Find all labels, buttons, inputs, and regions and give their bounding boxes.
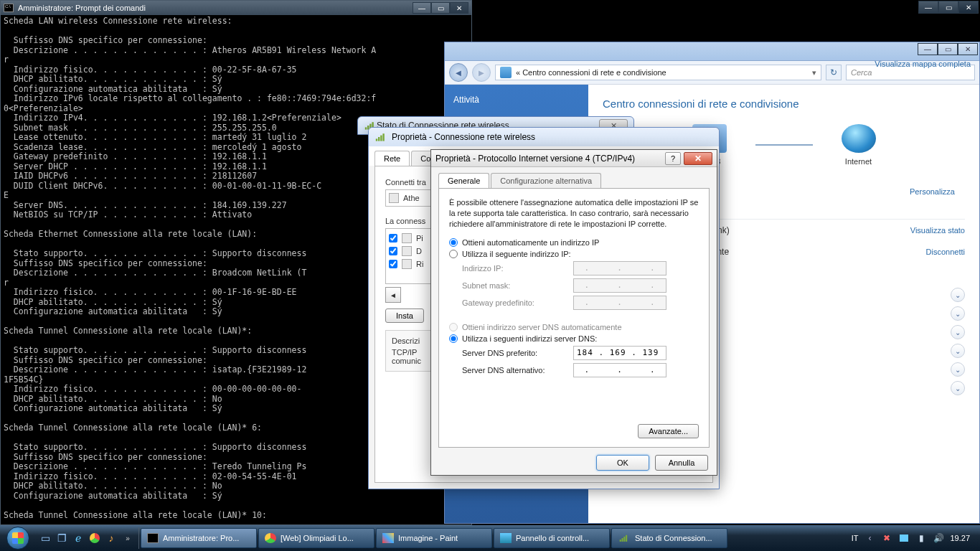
start-button[interactable] xyxy=(3,526,33,550)
network-icon xyxy=(500,67,512,78)
nc-close-button[interactable]: ✕ xyxy=(958,43,978,55)
tab-alt-config[interactable]: Configurazione alternativa xyxy=(491,173,601,188)
breadcrumb-text: « Centro connessioni di rete e condivisi… xyxy=(516,68,666,77)
scroll-left-button[interactable]: ◄ xyxy=(385,287,401,303)
taskbar-item-chrome[interactable]: [Web] Olimpiadi Lo... xyxy=(258,528,374,548)
propconn-titlebar[interactable]: Proprietà - Connessione rete wireless xyxy=(369,128,719,146)
tcpip-close-button[interactable]: ✕ xyxy=(684,152,712,165)
maximize-button[interactable]: ▭ xyxy=(938,1,958,14)
security-alert-icon[interactable]: ✖ xyxy=(881,532,892,544)
advanced-button[interactable]: Avanzate... xyxy=(638,424,699,438)
adapter-name: Athe xyxy=(403,194,420,202)
network-icon xyxy=(500,533,512,543)
install-button[interactable]: Insta xyxy=(385,309,424,323)
wifi-icon xyxy=(620,534,629,542)
tab-rete[interactable]: Rete xyxy=(374,151,410,166)
switch-windows-icon[interactable]: ❐ xyxy=(54,530,70,546)
dns2-input[interactable] xyxy=(573,363,666,377)
nc-minimize-button[interactable]: — xyxy=(918,43,938,55)
view-status-link[interactable]: Visualizza stato xyxy=(910,226,965,235)
volume-icon[interactable]: 🔊 xyxy=(933,532,944,544)
radio-manual-dns[interactable]: Utilizza i seguenti indirizzi server DNS… xyxy=(449,334,699,343)
dns1-label: Server DNS preferito: xyxy=(462,349,573,357)
ip-label: Indirizzo IP: xyxy=(462,264,573,273)
show-desktop-icon[interactable]: ▭ xyxy=(37,530,53,546)
tray-chevron-icon[interactable]: ‹ xyxy=(864,532,875,544)
wifi-icon xyxy=(376,133,386,141)
personalize-link[interactable]: Personalizza xyxy=(910,187,955,196)
mask-field-row: Subnet mask: xyxy=(462,278,699,293)
cmd-close-button[interactable]: ✕ xyxy=(450,2,468,14)
dns1-input[interactable] xyxy=(573,346,666,360)
clock[interactable]: 19.27 xyxy=(950,534,970,542)
quick-launch: ▭ ❐ ℯ ♪ » xyxy=(34,527,139,549)
ie-icon[interactable]: ℯ xyxy=(70,530,86,546)
music-icon[interactable]: ♪ xyxy=(103,530,119,546)
cmd-icon xyxy=(147,533,159,543)
tcpipv4-properties-dialog: Proprietà - Protocollo Internet versione… xyxy=(430,149,717,476)
tcpip-titlebar[interactable]: Proprietà - Protocollo Internet versione… xyxy=(431,150,717,167)
ok-button[interactable]: OK xyxy=(596,455,649,471)
tcpip-tabs: Generale Configurazione alternativa xyxy=(431,167,717,188)
protocol-icon xyxy=(402,246,412,256)
radio-auto-dns[interactable]: Ottieni indirizzo server DNS automaticam… xyxy=(449,323,699,331)
gw-input xyxy=(573,296,666,310)
internet-node[interactable]: Internet xyxy=(842,124,876,166)
disconnect-link[interactable]: Disconnetti xyxy=(926,248,965,256)
cmd-titlebar[interactable]: Amministratore: Prompt dei comandi — ▭ ✕ xyxy=(1,1,471,15)
dns1-field-row: Server DNS preferito: xyxy=(462,346,699,360)
sidebar-header: Attività xyxy=(453,95,580,105)
radio-manual-ip[interactable]: Utilizza il seguente indirizzo IP: xyxy=(449,250,699,258)
tcpip-body: È possibile ottenere l'assegnazione auto… xyxy=(438,188,710,448)
taskbar-item-paint[interactable]: Immagine - Paint xyxy=(376,528,492,548)
nc-maximize-button[interactable]: ▭ xyxy=(938,43,958,55)
cmd-title: Amministratore: Prompt dei comandi xyxy=(18,4,146,12)
windows-orb-icon xyxy=(6,527,29,550)
expand-button[interactable]: ⌄ xyxy=(951,381,965,395)
cancel-button[interactable]: Annulla xyxy=(655,455,708,471)
network-tray-icon[interactable] xyxy=(898,532,910,544)
chrome-icon xyxy=(265,533,276,543)
cmd-maximize-button[interactable]: ▭ xyxy=(431,2,450,14)
ip-input xyxy=(573,261,666,276)
netcenter-titlebar[interactable] xyxy=(445,42,979,61)
breadcrumb[interactable]: « Centro connessioni di rete e condivisi… xyxy=(495,65,821,80)
connection-line xyxy=(755,144,813,146)
gw-label: Gateway predefinito: xyxy=(462,298,573,307)
system-tray: IT ‹ ✖ ▮ 🔊 19.27 xyxy=(852,532,977,544)
dns2-field-row: Server DNS alternativo: xyxy=(462,363,699,377)
help-button[interactable]: ? xyxy=(665,152,681,165)
chevron-right-icon[interactable]: » xyxy=(120,530,136,546)
taskbar-item-connstatus[interactable]: Stato di Connession... xyxy=(611,528,727,548)
paint-icon xyxy=(382,533,394,543)
expand-button[interactable]: ⌄ xyxy=(951,362,965,377)
nav-back-button[interactable]: ◄ xyxy=(449,63,468,82)
page-title: Centro connessioni di rete e condivision… xyxy=(603,98,965,110)
nav-forward-button[interactable]: ► xyxy=(472,63,491,82)
battery-icon[interactable]: ▮ xyxy=(915,532,927,544)
expand-button[interactable]: ⌄ xyxy=(951,344,965,358)
cmd-minimize-button[interactable]: — xyxy=(413,2,431,14)
tcpip-footer: OK Annulla xyxy=(431,455,717,479)
ip-field-row: Indirizzo IP: xyxy=(462,261,699,276)
protocol-icon xyxy=(402,233,412,243)
expand-button[interactable]: ⌄ xyxy=(951,288,965,302)
propconn-title: Proprietà - Connessione rete wireless xyxy=(392,132,713,142)
gw-field-row: Gateway predefinito: xyxy=(462,296,699,310)
language-indicator[interactable]: IT xyxy=(852,534,859,542)
dns2-label: Server DNS alternativo: xyxy=(462,366,573,375)
radio-auto-ip[interactable]: Ottieni automaticamente un indirizzo IP xyxy=(449,238,699,247)
taskbar[interactable]: ▭ ❐ ℯ ♪ » Amministratore: Pro... [Web] O… xyxy=(0,525,980,551)
taskbar-item-controlpanel[interactable]: Pannello di controll... xyxy=(494,528,610,548)
protocol-icon xyxy=(402,259,412,269)
taskbar-item-cmd[interactable]: Amministratore: Pro... xyxy=(141,528,257,548)
tab-generale[interactable]: Generale xyxy=(438,173,489,188)
refresh-button[interactable]: ↻ xyxy=(826,65,842,80)
expand-button[interactable]: ⌄ xyxy=(951,306,965,321)
close-button[interactable]: ✕ xyxy=(958,1,979,14)
cmd-icon xyxy=(4,4,14,12)
internet-label: Internet xyxy=(842,157,876,166)
chrome-icon[interactable] xyxy=(87,530,103,546)
expand-button[interactable]: ⌄ xyxy=(951,325,965,339)
minimize-button[interactable]: — xyxy=(918,1,938,14)
